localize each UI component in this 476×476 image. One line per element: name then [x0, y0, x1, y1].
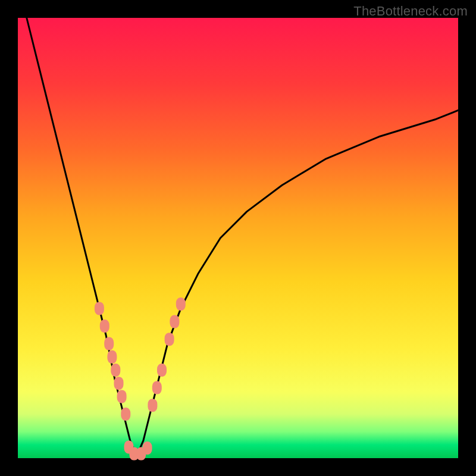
marker-dot: [143, 441, 152, 455]
marker-dot: [121, 408, 130, 421]
marker-dot: [95, 302, 104, 315]
marker-dot: [117, 390, 127, 403]
marker-dot: [152, 381, 162, 394]
marker-dot: [107, 350, 117, 364]
watermark-text: TheBottleneck.com: [353, 4, 468, 19]
marker-dot: [170, 315, 179, 328]
marker-dot: [176, 298, 186, 311]
plot-area: [18, 18, 458, 458]
marker-dot: [165, 333, 174, 346]
marker-dot: [104, 337, 114, 350]
marker-dot: [157, 364, 167, 377]
chart-frame: TheBottleneck.com: [0, 0, 476, 476]
marker-dots: [95, 298, 186, 461]
bottleneck-curve-path: [27, 18, 458, 456]
bottleneck-curve: [27, 18, 458, 456]
marker-dot: [111, 364, 120, 377]
curve-layer: [18, 18, 458, 458]
marker-dot: [148, 399, 157, 412]
marker-dot: [114, 377, 124, 390]
marker-dot: [100, 320, 109, 333]
